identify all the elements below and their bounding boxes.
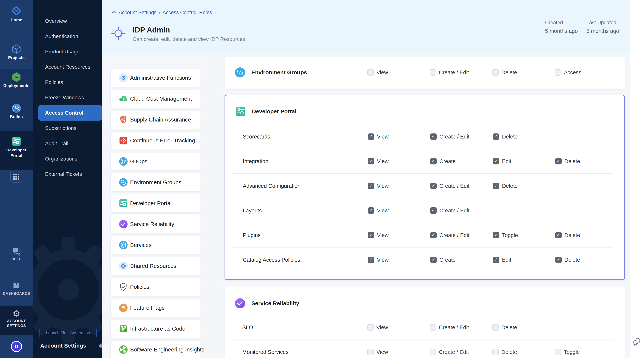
checkbox-icon[interactable] — [430, 183, 436, 189]
sidebar-item[interactable]: Subscriptions — [33, 121, 102, 136]
checkbox-icon[interactable] — [368, 133, 374, 140]
resource-card[interactable]: Service Reliability — [110, 215, 201, 233]
checkbox-icon[interactable] — [555, 232, 562, 238]
permission-access[interactable]: Access — [555, 69, 581, 76]
checkbox-icon[interactable] — [493, 158, 499, 164]
permission-create-edit[interactable]: Create / Edit — [430, 183, 470, 189]
sidebar-item[interactable]: Access Control — [38, 105, 102, 121]
resource-card[interactable]: Developer Portal — [110, 194, 201, 212]
checkbox-icon[interactable] — [492, 69, 499, 76]
checkbox-icon[interactable] — [367, 69, 374, 76]
checkbox-icon[interactable] — [430, 207, 436, 214]
permission-delete[interactable]: Delete — [555, 158, 580, 164]
checkbox-icon[interactable] — [430, 69, 436, 76]
permission-delete[interactable]: Delete — [555, 257, 580, 263]
permission-create-edit[interactable]: Create / Edit — [430, 349, 469, 355]
permission-create-edit[interactable]: Create / Edit — [430, 207, 470, 214]
checkbox-icon[interactable] — [367, 324, 374, 330]
checkbox-icon[interactable] — [493, 133, 499, 140]
resource-card[interactable]: Infrastructure as Code — [110, 319, 201, 338]
checkbox-icon[interactable] — [430, 257, 436, 263]
permission-delete[interactable]: Delete — [493, 133, 518, 140]
permission-view[interactable]: View — [368, 183, 388, 189]
checkbox-icon[interactable] — [555, 257, 562, 263]
permission-view[interactable]: View — [368, 207, 388, 214]
checkbox-icon[interactable] — [492, 324, 499, 330]
permission-create[interactable]: Create — [430, 158, 456, 164]
permission-delete[interactable]: Delete — [555, 232, 580, 238]
checkbox-icon[interactable] — [555, 69, 561, 76]
sidebar-item[interactable]: Policies — [33, 75, 102, 90]
checkbox-icon[interactable] — [492, 349, 499, 355]
resource-card[interactable]: Software Engineering Insights — [110, 340, 201, 358]
resource-card[interactable]: Policies — [110, 278, 201, 296]
permission-view[interactable]: View — [367, 349, 388, 355]
sidebar-item[interactable]: Account Resources — [33, 59, 102, 75]
resource-card[interactable]: Environment Groups — [110, 173, 201, 192]
permission-create-edit[interactable]: Create / Edit — [430, 69, 469, 76]
checkbox-icon[interactable] — [430, 349, 436, 355]
checkbox-icon[interactable] — [493, 257, 499, 263]
checkbox-icon[interactable] — [368, 158, 374, 164]
resource-card[interactable]: Services — [110, 236, 201, 254]
resource-card[interactable]: Continuous Error Tracking — [110, 131, 201, 150]
resource-card[interactable]: $ Cloud Cost Management — [110, 90, 201, 108]
breadcrumb-account-settings[interactable]: Account Settings — [119, 10, 156, 16]
permission-create[interactable]: Create — [430, 257, 456, 263]
permission-view[interactable]: View — [367, 69, 388, 76]
resource-card[interactable]: ⚙ Administrative Functions — [110, 69, 201, 87]
permission-toggle[interactable]: Toggle — [493, 232, 518, 238]
checkbox-icon[interactable] — [367, 349, 374, 355]
sidebar-item[interactable]: External Tickets — [33, 166, 102, 182]
permission-view[interactable]: View — [368, 232, 388, 238]
permission-view[interactable]: View — [368, 158, 388, 164]
permission-create-edit[interactable]: Create / Edit — [430, 133, 470, 140]
launch-first-generation-button[interactable]: Launch First Generation — [40, 327, 96, 338]
sidebar-item[interactable]: Audit Trail — [33, 136, 102, 151]
permission-create-edit[interactable]: Create / Edit — [430, 324, 469, 330]
sidebar-item[interactable]: Overview — [33, 14, 102, 29]
permission-view[interactable]: View — [368, 133, 388, 140]
user-avatar[interactable]: D — [11, 341, 22, 352]
sidebar-item[interactable]: Product Usage — [33, 44, 102, 59]
permission-delete[interactable]: Delete — [492, 324, 517, 330]
permission-create-edit[interactable]: Create / Edit — [430, 232, 470, 238]
permission-delete[interactable]: Delete — [493, 183, 518, 189]
checkbox-icon[interactable] — [493, 183, 499, 189]
permission-edit[interactable]: Edit — [493, 257, 511, 263]
permission-section[interactable]: Environment Groups View Create / Edit De… — [224, 57, 625, 89]
nav-builds[interactable]: Builds — [0, 103, 33, 119]
permission-section[interactable]: Developer Portal Scorecards View Create … — [224, 95, 625, 280]
checkbox-icon[interactable] — [368, 183, 374, 189]
permission-view[interactable]: View — [367, 324, 388, 330]
resource-card[interactable]: Shared Resources — [110, 257, 201, 275]
checkbox-icon[interactable] — [430, 158, 436, 164]
checkbox-icon[interactable] — [368, 257, 374, 263]
nav-projects[interactable]: Projects — [0, 44, 33, 60]
sidebar-item[interactable]: Freeze Windows — [33, 90, 102, 105]
module-selector-button[interactable] — [10, 170, 22, 183]
nav-account-settings[interactable]: ⚙ ACCOUNT SETTINGS — [0, 309, 33, 328]
permission-delete[interactable]: Delete — [492, 69, 517, 76]
checkbox-icon[interactable] — [368, 207, 374, 214]
nav-dashboards[interactable]: DASHBOARDS — [0, 282, 33, 296]
checkbox-icon[interactable] — [555, 349, 561, 355]
nav-home[interactable]: Home — [0, 5, 33, 22]
permission-toggle[interactable]: Toggle — [555, 349, 580, 355]
breadcrumb-access-control-roles[interactable]: Access Control: Roles — [162, 10, 212, 16]
nav-help[interactable]: ? HELP — [0, 247, 33, 261]
checkbox-icon[interactable] — [493, 232, 499, 238]
sidebar-collapse-arrow-icon[interactable] — [98, 343, 102, 348]
sidebar-item[interactable]: Organizations — [33, 151, 102, 166]
resource-card[interactable]: Supply Chain Assurance — [110, 110, 201, 129]
nav-developer-portal[interactable]: Developer Portal — [0, 136, 33, 158]
nav-deployments[interactable]: ∞ Deployments — [0, 72, 33, 88]
checkbox-icon[interactable] — [368, 232, 374, 238]
checkbox-icon[interactable] — [430, 324, 436, 330]
support-chat-icon[interactable] — [632, 335, 643, 346]
checkbox-icon[interactable] — [555, 158, 562, 164]
permission-edit[interactable]: Edit — [493, 158, 511, 164]
checkbox-icon[interactable] — [430, 232, 436, 238]
permission-view[interactable]: View — [368, 257, 388, 263]
sidebar-item[interactable]: Authentication — [33, 29, 102, 44]
